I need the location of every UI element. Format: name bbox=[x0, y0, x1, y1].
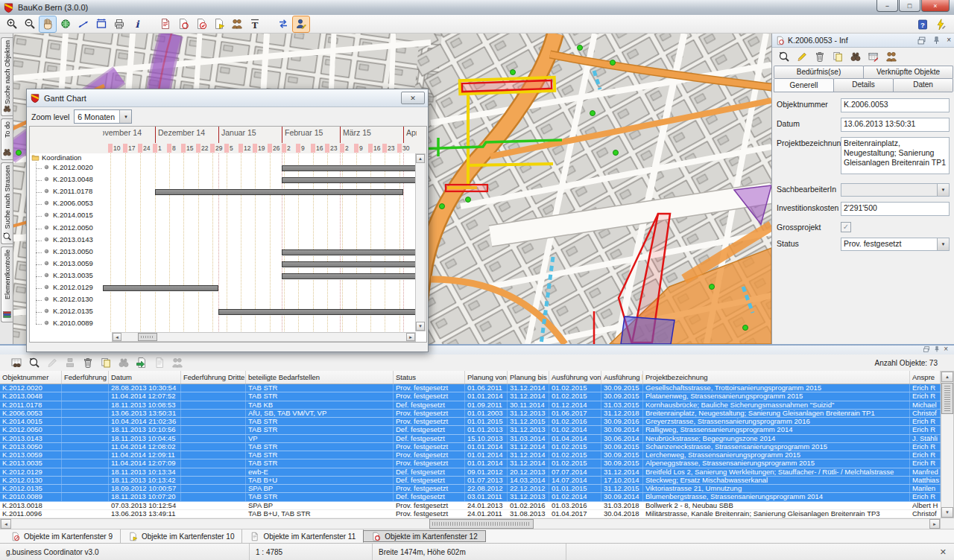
table-vertical-scrollbar[interactable]: ▲ ▼ bbox=[941, 371, 954, 518]
delete-icon[interactable] bbox=[80, 355, 96, 371]
sidebar-tab-elementkontrolle[interactable]: Elementkontrolle bbox=[1, 246, 13, 322]
gantt-titlebar[interactable]: Gantt Chart ✕ bbox=[27, 89, 428, 107]
table-row[interactable]: K.2013.003511.04.2014 12:07:09TAB STRPro… bbox=[0, 459, 941, 468]
tab-generell[interactable]: Generell bbox=[774, 78, 834, 92]
pin-icon[interactable] bbox=[932, 36, 941, 45]
gantt-tree-item[interactable]: K.2014.0015 bbox=[42, 211, 93, 219]
minimize-button[interactable]: − bbox=[876, 0, 898, 12]
gantt-tree-item[interactable]: K.2012.0050 bbox=[42, 223, 93, 232]
gantt-bar-K.2013.0059[interactable] bbox=[282, 261, 417, 267]
gantt-root-node[interactable]: Koordination bbox=[31, 153, 81, 162]
sidebar-tab-suche-nach-objekten[interactable]: Suche nach Objekten bbox=[1, 37, 13, 116]
table-row[interactable]: K.2013.001807.03.2013 10:12:54SPA BPProv… bbox=[0, 502, 941, 510]
scroll-right-icon[interactable]: ► bbox=[929, 519, 940, 529]
scroll-thumb[interactable] bbox=[941, 383, 953, 414]
table-row[interactable]: K.2013.005011.04.2014 12:08:02TAB STRPro… bbox=[0, 443, 941, 451]
table-row[interactable]: K.2012.013018.11.2013 10:13:42TAB B+UDef… bbox=[0, 477, 941, 485]
locate-icon[interactable] bbox=[776, 49, 792, 65]
table-row[interactable]: K.2011.009613.06.2013 13:49:11TAB B+U, T… bbox=[0, 510, 941, 518]
user-edit-icon[interactable] bbox=[293, 16, 309, 32]
column-header-2[interactable]: Federführung bbox=[62, 371, 109, 384]
table-row[interactable]: K.2011.017818.11.2013 10:08:53TAB KBDef.… bbox=[0, 401, 941, 410]
scroll-thumb[interactable] bbox=[138, 333, 157, 341]
users-icon[interactable] bbox=[883, 49, 900, 65]
table-row[interactable]: K.2012.013518.09.2012 10:00:57SPA BPProv… bbox=[0, 485, 941, 493]
info-icon[interactable]: i bbox=[129, 16, 145, 32]
close-panel-icon[interactable]: × bbox=[947, 36, 951, 44]
gantt-tree-item[interactable]: K.2012.0020 bbox=[42, 163, 93, 171]
chevron-down-icon[interactable]: ▼ bbox=[937, 238, 949, 250]
table-row[interactable]: K.2012.002028.08.2013 10:30:54TAB STRPro… bbox=[0, 384, 941, 392]
table-row[interactable]: K.2010.008918.11.2013 10:07:20TAB STRDef… bbox=[0, 493, 941, 501]
gantt-bar-K.2012.0020[interactable] bbox=[282, 165, 417, 171]
investitionskosten-field[interactable]: 2'291'500 bbox=[841, 202, 950, 216]
window-titlebar[interactable]: BauKo Bern (3.0.0) − □ × bbox=[0, 0, 954, 16]
scroll-thumb[interactable] bbox=[429, 519, 534, 529]
gantt-bar-K.2012.0135[interactable] bbox=[218, 309, 417, 315]
map-tab-12[interactable]: Objekte im Kartenfenster 12 bbox=[363, 530, 486, 542]
chevron-down-icon[interactable]: ▼ bbox=[119, 110, 131, 123]
chevron-down-icon[interactable]: ▼ bbox=[937, 184, 949, 196]
help-icon[interactable]: ? bbox=[914, 16, 931, 32]
gantt-tree-item[interactable]: K.2006.0053 bbox=[42, 199, 93, 207]
gantt-bar-K.2012.0129[interactable] bbox=[103, 285, 218, 291]
gantt-tree-item[interactable]: K.2012.0135 bbox=[42, 307, 93, 315]
text-icon[interactable]: T bbox=[247, 16, 263, 32]
gantt-tree-item[interactable]: K.2013.0035 bbox=[42, 271, 93, 279]
gantt-tree-item[interactable]: K.2013.0143 bbox=[42, 235, 93, 244]
column-header-8[interactable]: Planung bis bbox=[508, 371, 549, 384]
gantt-bar-K.2011.0178[interactable] bbox=[155, 189, 403, 195]
tab-details[interactable]: Details bbox=[833, 78, 894, 92]
tab-daten[interactable]: Daten bbox=[893, 78, 953, 92]
scroll-right-icon[interactable]: ► bbox=[406, 333, 415, 341]
sidebar-tab-to-do[interactable]: To do bbox=[1, 118, 13, 160]
table-row[interactable]: K.2013.014318.11.2013 10:04:45VPDef. fes… bbox=[0, 435, 941, 443]
objektnummer-field[interactable]: K.2006.0053 bbox=[841, 98, 950, 112]
column-header-5[interactable]: beteiligte Bedarfstellen bbox=[246, 371, 394, 384]
float-window-icon[interactable] bbox=[923, 346, 930, 353]
scroll-down-icon[interactable]: ▼ bbox=[941, 507, 953, 518]
measure-distance-icon[interactable] bbox=[75, 16, 92, 32]
table-horizontal-scrollbar[interactable]: ◄ ► bbox=[0, 518, 941, 529]
table-edit-icon[interactable] bbox=[865, 49, 882, 65]
table-row[interactable]: K.2014.001510.04.2014 21:02:36TAB STRPro… bbox=[0, 418, 941, 426]
zoom-out-icon[interactable] bbox=[22, 16, 38, 32]
find-icon[interactable] bbox=[116, 355, 132, 371]
gantt-window[interactable]: Gantt Chart ✕ Zoom level 6 Monaten ▼ Nov… bbox=[26, 89, 429, 352]
pan-icon[interactable] bbox=[40, 16, 56, 32]
column-header-11[interactable]: Projektbezeichnung bbox=[643, 371, 910, 384]
table-row[interactable]: K.2013.004811.04.2014 12:07:52TAB STRPro… bbox=[0, 392, 941, 401]
scroll-left-icon[interactable]: ◄ bbox=[1, 519, 11, 529]
doc-revert-icon[interactable] bbox=[175, 16, 192, 32]
zoom-in-icon[interactable] bbox=[4, 16, 20, 32]
gantt-horizontal-scrollbar[interactable]: ◄ ► bbox=[112, 332, 416, 342]
copy-icon[interactable] bbox=[830, 49, 846, 65]
users-icon[interactable] bbox=[169, 355, 186, 371]
gantt-tree-item[interactable]: K.2013.0050 bbox=[42, 247, 93, 255]
grossprojekt-checkbox[interactable]: ✓ bbox=[841, 222, 851, 232]
gantt-tree-item[interactable]: K.2010.0089 bbox=[42, 319, 93, 327]
doc-new-icon[interactable] bbox=[157, 16, 174, 32]
sidebar-tab-suche-nach-strassen[interactable]: Suche nach Strassen bbox=[1, 162, 13, 244]
gantt-tree-item[interactable]: K.2011.0178 bbox=[42, 187, 92, 195]
column-header-1[interactable]: Objektnummer bbox=[0, 371, 62, 384]
refresh-icon[interactable] bbox=[275, 16, 291, 32]
table-find-icon[interactable] bbox=[8, 355, 25, 371]
gantt-tree-item[interactable]: K.2013.0048 bbox=[42, 175, 93, 183]
locate-icon[interactable] bbox=[26, 355, 42, 371]
quick-edit-icon[interactable] bbox=[932, 16, 949, 32]
table-row[interactable]: K.2012.012918.11.2013 10:13:34ewb-EDef. … bbox=[0, 468, 941, 477]
export-icon[interactable] bbox=[133, 355, 150, 371]
gantt-bar-K.2013.0035[interactable] bbox=[282, 273, 417, 279]
status-close-icon[interactable]: ✕ bbox=[940, 547, 947, 557]
float-window-icon[interactable] bbox=[917, 36, 926, 45]
scroll-up-icon[interactable]: ▲ bbox=[416, 154, 425, 163]
column-header-3[interactable]: Datum bbox=[109, 371, 181, 384]
gantt-bar-K.2013.0050[interactable] bbox=[282, 249, 417, 255]
gantt-vertical-scrollbar[interactable]: ▲ ▼ bbox=[415, 153, 426, 331]
edit-pencil-icon[interactable] bbox=[794, 49, 810, 65]
column-header-6[interactable]: Status bbox=[394, 371, 465, 384]
scroll-down-icon[interactable]: ▼ bbox=[416, 322, 425, 331]
scroll-left-icon[interactable]: ◄ bbox=[113, 333, 121, 341]
close-button[interactable]: × bbox=[921, 0, 950, 12]
